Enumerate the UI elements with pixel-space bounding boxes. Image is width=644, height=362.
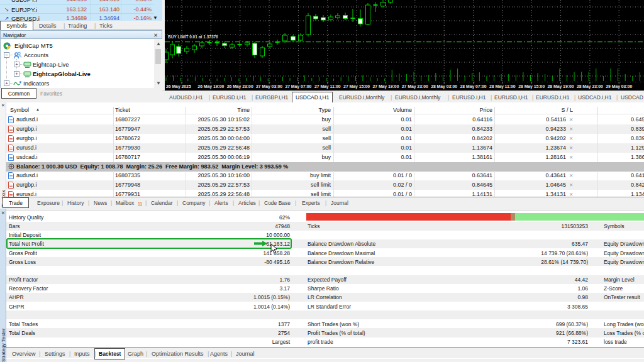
svg-text:28 May 07:00: 28 May 07:00 xyxy=(460,84,487,89)
svg-text:27 May 15:00: 27 May 15:00 xyxy=(343,84,370,89)
svg-text:28 May 03:00: 28 May 03:00 xyxy=(431,84,457,89)
svg-text:28 May 23:00: 28 May 23:00 xyxy=(577,84,603,89)
svg-text:26 May 23:00: 26 May 23:00 xyxy=(227,84,253,89)
svg-text:27 May 11:00: 27 May 11:00 xyxy=(314,84,341,89)
svg-text:27 May 03:00: 27 May 03:00 xyxy=(256,84,282,89)
svg-text:29 May 03:00: 29 May 03:00 xyxy=(606,84,632,89)
svg-text:28 May 15:00: 28 May 15:00 xyxy=(518,84,545,89)
svg-text:26 May 2025: 26 May 2025 xyxy=(166,84,191,89)
svg-text:27 May 23:00: 27 May 23:00 xyxy=(402,84,428,89)
svg-text:27 May 07:00: 27 May 07:00 xyxy=(285,84,311,89)
svg-text:28 May 19:00: 28 May 19:00 xyxy=(548,84,574,89)
svg-text:26 May 19:00: 26 May 19:00 xyxy=(197,84,224,89)
svg-text:BUY LIMIT 0.01 at 1.37376: BUY LIMIT 0.01 at 1.37376 xyxy=(168,35,218,39)
svg-text:27 May 19:00: 27 May 19:00 xyxy=(372,84,399,89)
svg-text:28 May 11:00: 28 May 11:00 xyxy=(489,84,516,89)
